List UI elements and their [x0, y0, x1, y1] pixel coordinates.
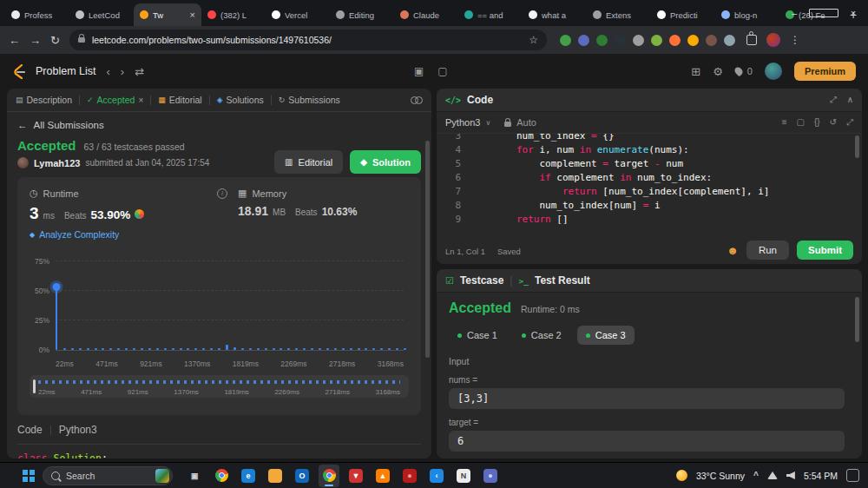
browser-tab[interactable]: blog-n — [715, 3, 779, 26]
vlc-icon[interactable]: ▲ — [372, 465, 393, 487]
problem-list-link[interactable]: Problem List — [36, 65, 95, 77]
code-lines[interactable]: 3 num_to_index = {}4 for i, num in enume… — [437, 134, 862, 233]
tab-accepted[interactable]: ✓Accepted× — [87, 95, 143, 105]
extensions-puzzle-icon[interactable] — [746, 35, 757, 45]
prev-problem-icon[interactable]: ‹ — [106, 65, 109, 78]
fullscreen-icon[interactable]: ⤢ — [846, 117, 853, 128]
assistant-icon[interactable]: ☻ — [727, 244, 739, 257]
settings-gear-icon[interactable]: ⚙ — [713, 65, 723, 78]
browser-menu-icon[interactable]: ⋮ — [790, 34, 800, 46]
code-line[interactable]: 4 for i, num in enumerate(nums): — [437, 143, 862, 157]
chart-minimap[interactable]: 22ms471ms921ms1370ms1819ms2269ms2718ms31… — [30, 375, 409, 398]
weather-sun-icon[interactable] — [676, 470, 687, 481]
memory-block[interactable]: ▦ Memory 18.91 MB Beats 10.63% — [238, 188, 409, 240]
braces-icon[interactable]: {} — [814, 117, 820, 128]
file-explorer-icon[interactable] — [265, 465, 286, 487]
browser-tab[interactable]: Profess — [5, 3, 69, 26]
bookmark-star-icon[interactable]: ☆ — [529, 34, 538, 46]
browser-tab[interactable]: Predicti — [651, 3, 715, 26]
tab-description[interactable]: ▤Description — [16, 95, 72, 105]
link-icon[interactable] — [411, 96, 423, 104]
shuffle-icon[interactable]: ⇄ — [135, 65, 144, 78]
terminal-icon[interactable]: ▣ — [414, 65, 424, 77]
code-line[interactable]: 6 if complement in num_to_index: — [437, 171, 862, 185]
extension-icon[interactable] — [596, 35, 608, 46]
submit-button[interactable]: Submit — [797, 241, 853, 260]
tab-submissions[interactable]: ↻Submissions — [279, 95, 340, 105]
streak-flame-icon[interactable] — [733, 66, 744, 77]
taskbar-search[interactable]: Search — [43, 466, 173, 485]
browser-tab[interactable]: Extens — [587, 3, 651, 26]
layout-grid-icon[interactable]: ⊞ — [691, 65, 700, 78]
reset-icon[interactable]: ↺ — [830, 117, 837, 128]
browser-tab[interactable]: == and — [458, 3, 523, 26]
browser-tab[interactable]: (382) L — [201, 3, 266, 26]
expand-icon[interactable]: ⤢ — [830, 95, 837, 105]
code-line[interactable]: 3 num_to_index = {} — [437, 134, 862, 143]
notes-icon[interactable]: N — [453, 465, 474, 487]
browser-profile-avatar[interactable] — [766, 33, 780, 47]
leetcode-logo[interactable] — [12, 64, 25, 79]
format-icon[interactable]: ≡ — [782, 117, 787, 128]
solution-button[interactable]: ◈ Solution — [350, 150, 421, 174]
wifi-icon[interactable] — [767, 472, 778, 479]
chrome-browser-icon[interactable] — [319, 465, 339, 487]
minimap-handle[interactable] — [33, 379, 36, 393]
editorial-button[interactable]: ▥ Editorial — [274, 150, 343, 174]
maximize-button[interactable] — [809, 0, 838, 26]
editor-scrollbar[interactable] — [855, 135, 859, 158]
code-line[interactable]: 7 return [num_to_index[complement], i] — [437, 185, 862, 199]
chart-highlight-dot[interactable] — [53, 283, 61, 291]
vscode-icon[interactable]: ‹ — [426, 465, 447, 487]
close-button[interactable]: × — [838, 0, 868, 26]
extension-icon[interactable] — [615, 35, 626, 46]
browser-tab[interactable]: Tw× — [134, 3, 201, 26]
edge-icon[interactable]: e — [238, 465, 259, 487]
browser-tab[interactable]: Editing — [330, 3, 394, 26]
forward-icon[interactable]: → — [30, 34, 41, 47]
case-2-tab[interactable]: Case 2 — [513, 326, 570, 345]
close-tab-icon[interactable]: × — [138, 96, 143, 105]
all-submissions-link[interactable]: ← All Submissions — [17, 120, 421, 130]
tab-close-icon[interactable]: × — [190, 10, 195, 20]
case-3-tab[interactable]: Case 3 — [577, 326, 635, 345]
url-text[interactable]: leetcode.com/problems/two-sum/submission… — [92, 35, 522, 45]
extension-icon[interactable] — [633, 35, 644, 46]
nums-input[interactable]: [3,3] — [449, 388, 845, 409]
tab-editorial[interactable]: ▦Editorial — [158, 95, 201, 105]
extension-icon[interactable] — [687, 35, 699, 46]
language-selector[interactable]: Python3 — [445, 117, 480, 128]
clock[interactable]: 5:54 PM — [804, 471, 838, 481]
tray-chevron-icon[interactable]: ^ — [753, 471, 759, 480]
reload-icon[interactable]: ↻ — [50, 34, 60, 47]
notebook-icon[interactable]: ▢ — [437, 65, 447, 77]
extension-icon[interactable] — [560, 35, 571, 46]
pin-icon[interactable]: ● — [399, 465, 420, 487]
code-line[interactable]: 5 complement = target - num — [437, 157, 862, 171]
case-1-tab[interactable]: Case 1 — [449, 326, 506, 345]
extension-icon[interactable] — [706, 35, 717, 46]
testcase-tab[interactable]: Testcase — [460, 274, 503, 287]
extension-icon[interactable] — [669, 35, 681, 46]
volume-icon[interactable] — [786, 472, 795, 479]
test-result-tab[interactable]: Test Result — [535, 274, 590, 287]
address-bar[interactable]: leetcode.com/problems/two-sum/submission… — [69, 30, 547, 50]
code-line[interactable]: 8 num_to_index[num] = i — [437, 199, 862, 213]
browser-tab[interactable]: LeetCod — [69, 3, 134, 26]
browser-icon[interactable]: ● — [480, 465, 501, 487]
run-button[interactable]: Run — [746, 241, 789, 260]
minimize-button[interactable]: – — [779, 0, 809, 26]
notification-center-icon[interactable] — [846, 469, 859, 482]
browser-tab[interactable]: what a — [523, 3, 587, 26]
defender-icon[interactable]: ▼ — [345, 465, 366, 487]
next-problem-icon[interactable]: › — [121, 65, 124, 78]
code-line[interactable]: 9 return [] — [437, 213, 862, 227]
bookmark-icon[interactable]: ▢ — [796, 117, 804, 128]
info-icon[interactable]: i — [217, 188, 227, 199]
weather-text[interactable]: 33°C Sunny — [696, 471, 745, 481]
result-scrollbar[interactable] — [855, 297, 859, 342]
user-avatar[interactable] — [765, 63, 782, 80]
extension-icon[interactable] — [724, 35, 735, 46]
browser-tab[interactable]: Claude — [394, 3, 458, 26]
left-panel-scrollbar[interactable] — [425, 141, 430, 358]
